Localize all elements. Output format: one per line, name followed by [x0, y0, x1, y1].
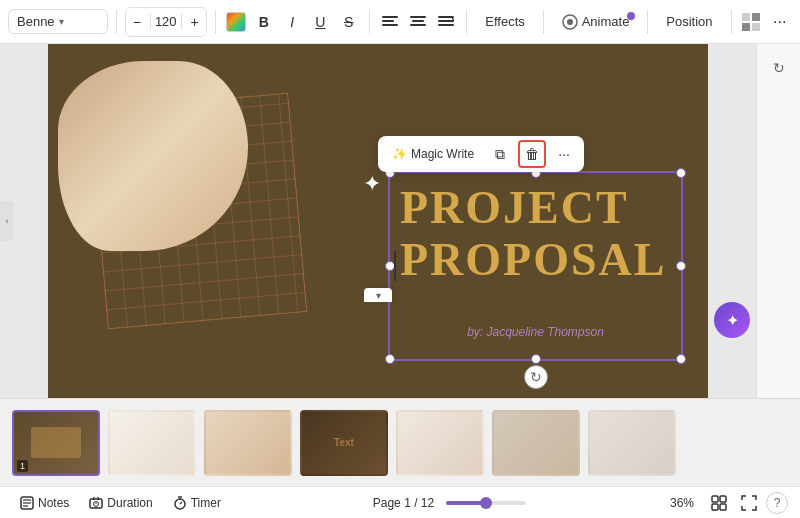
font-size-decrease-button[interactable]: −: [126, 8, 148, 36]
thumbnail-num-1: 1: [17, 460, 28, 472]
divider-4: [466, 10, 467, 34]
progress-bar[interactable]: [446, 501, 526, 505]
rotate-handle[interactable]: ↻: [524, 365, 548, 389]
divider-3: [369, 10, 370, 34]
magic-star-icon: ✦: [726, 311, 739, 330]
notes-label: Notes: [38, 496, 69, 510]
thumbnail-2[interactable]: [108, 410, 196, 476]
svg-rect-1: [382, 20, 394, 22]
thumbnail-3[interactable]: [204, 410, 292, 476]
svg-rect-5: [410, 24, 426, 26]
align-center-button[interactable]: [406, 8, 430, 36]
underline-button[interactable]: U: [308, 8, 332, 36]
effects-button[interactable]: Effects: [475, 10, 535, 33]
text-selection-box[interactable]: PROJECT PROPOSAL by: Jacqueline Thompson…: [388, 171, 683, 361]
thumbnail-4[interactable]: Text: [300, 410, 388, 476]
text-color-button[interactable]: [223, 8, 247, 36]
magic-write-button[interactable]: ✨ Magic Write: [384, 143, 482, 165]
svg-rect-29: [720, 496, 726, 502]
divider-5: [543, 10, 544, 34]
thumbnail-6[interactable]: [492, 410, 580, 476]
help-icon: ?: [774, 496, 781, 510]
svg-rect-0: [382, 16, 398, 18]
svg-rect-13: [742, 23, 750, 31]
copy-button[interactable]: ⧉: [486, 140, 514, 168]
timer-label: Timer: [191, 496, 221, 510]
align-spacing-button[interactable]: [434, 8, 458, 36]
font-selector[interactable]: Benne ▾: [8, 9, 108, 34]
thumbnail-strip: 1 Text: [0, 398, 800, 486]
handle-bottom-mid[interactable]: [531, 354, 541, 364]
divider-7: [731, 10, 732, 34]
page-info: Page 1 / 12: [373, 496, 434, 510]
duration-button[interactable]: Duration: [81, 493, 160, 513]
divider-2: [215, 10, 216, 34]
float-more-icon: ···: [558, 146, 570, 162]
float-more-button[interactable]: ···: [550, 140, 578, 168]
svg-rect-12: [752, 13, 760, 21]
refresh-icon: ↻: [773, 60, 785, 76]
transparency-button[interactable]: [739, 8, 763, 36]
handle-mid-right[interactable]: [676, 261, 686, 271]
animate-button[interactable]: Animate: [552, 10, 640, 34]
svg-rect-6: [438, 16, 454, 18]
main-area: ‹ ✦: [0, 44, 800, 398]
left-panel-toggle[interactable]: ‹: [0, 201, 14, 241]
thumbnail-1[interactable]: 1: [12, 410, 100, 476]
chevron-up-icon: ▾: [376, 290, 381, 301]
thumbnail-7[interactable]: [588, 410, 676, 476]
font-size-value: 120: [150, 14, 182, 29]
align-left-button[interactable]: [378, 8, 402, 36]
color-swatch: [226, 12, 246, 32]
duration-icon: [89, 496, 103, 510]
svg-rect-8: [438, 24, 454, 26]
handle-top-right[interactable]: [676, 168, 686, 178]
svg-rect-28: [712, 496, 718, 502]
timer-button[interactable]: Timer: [165, 493, 229, 513]
font-name-label: Benne: [17, 14, 55, 29]
svg-rect-30: [712, 504, 718, 510]
animate-icon: [562, 14, 578, 30]
duration-label: Duration: [107, 496, 152, 510]
font-size-increase-button[interactable]: +: [184, 8, 206, 36]
help-button[interactable]: ?: [766, 492, 788, 514]
svg-rect-3: [410, 16, 426, 18]
refresh-button[interactable]: ↻: [763, 52, 795, 84]
top-toolbar: Benne ▾ − 120 + B I U S Effects Animate …: [0, 0, 800, 44]
delete-icon: 🗑: [525, 146, 539, 162]
bottom-bar: Notes Duration Timer Page 1 / 12 36%: [0, 486, 800, 518]
magic-assistant-button[interactable]: ✦: [714, 302, 750, 338]
chevron-down-icon: ▾: [59, 16, 64, 27]
grid-view-icon: [711, 495, 727, 511]
svg-line-27: [180, 502, 182, 504]
progress-dot: [480, 497, 492, 509]
svg-rect-4: [412, 20, 424, 22]
svg-rect-31: [720, 504, 726, 510]
position-button[interactable]: Position: [656, 10, 722, 33]
notes-icon: [20, 496, 34, 510]
project-text: PROJECT: [400, 183, 671, 234]
left-chevron-icon: ‹: [6, 216, 9, 226]
animate-label: Animate: [582, 14, 630, 29]
notes-button[interactable]: Notes: [12, 493, 77, 513]
delete-button[interactable]: 🗑: [518, 140, 546, 168]
fullscreen-button[interactable]: [736, 490, 762, 516]
handle-bottom-left[interactable]: [385, 354, 395, 364]
byline-text: by: Jacqueline Thompson: [400, 325, 671, 339]
magic-write-label: Magic Write: [411, 147, 474, 161]
font-size-control: − 120 +: [125, 7, 207, 37]
panel-collapse-arrow[interactable]: ▾: [364, 288, 392, 302]
thumbnail-5[interactable]: [396, 410, 484, 476]
grid-view-button[interactable]: [706, 490, 732, 516]
svg-rect-7: [438, 20, 454, 22]
italic-button[interactable]: I: [280, 8, 304, 36]
timer-icon: [173, 496, 187, 510]
bold-button[interactable]: B: [252, 8, 276, 36]
animate-dot: [627, 12, 635, 20]
svg-rect-2: [382, 24, 398, 26]
canvas[interactable]: ✦ PROJECT PROPOSAL by: Jacqueline Thomps…: [48, 44, 708, 398]
more-options-button[interactable]: ···: [768, 8, 792, 36]
handle-bottom-right[interactable]: [676, 354, 686, 364]
strikethrough-button[interactable]: S: [337, 8, 361, 36]
svg-rect-14: [752, 23, 760, 31]
